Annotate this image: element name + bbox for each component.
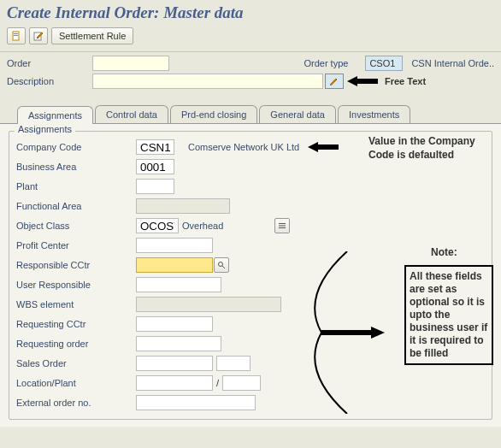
brace-arrow-icon (296, 251, 398, 414)
svg-line-9 (222, 266, 225, 268)
sales-order-item-input[interactable] (216, 356, 250, 371)
svg-rect-2 (14, 35, 18, 36)
edit-icon-button[interactable] (29, 27, 48, 44)
svg-rect-7 (279, 227, 286, 228)
requesting-order-input[interactable] (136, 336, 221, 351)
company-code-label: Company Code (16, 142, 136, 152)
responsible-cctr-f4-button[interactable] (214, 257, 229, 273)
object-class-input[interactable] (136, 218, 179, 233)
note-box: All these fields are set as optional so … (404, 265, 493, 365)
order-type-value: CSO1 (365, 56, 403, 71)
functional-area-input[interactable] (136, 198, 230, 214)
location-plant-label: Location/Plant (16, 378, 136, 388)
dropdown-list-icon (278, 221, 286, 230)
svg-rect-4 (330, 84, 332, 85)
object-class-dropdown-button[interactable] (274, 218, 290, 233)
responsible-cctr-label: Responsible CCtr (16, 260, 136, 270)
group-title: Assignments (15, 124, 75, 134)
tab-prd-end-closing[interactable]: Prd-end closing (170, 105, 257, 123)
toolbar: Settlement Rule (0, 24, 501, 52)
user-responsible-input[interactable] (136, 277, 221, 292)
object-class-desc: Overhead (182, 221, 223, 231)
external-order-input[interactable] (136, 395, 256, 410)
description-input[interactable] (92, 74, 323, 89)
company-code-desc: Comserve Network UK Ltd (188, 142, 299, 152)
order-type-desc: CSN Internal Orde.. (411, 58, 494, 68)
tab-label: Control data (106, 109, 157, 120)
settlement-rule-label: Settlement Rule (59, 31, 126, 41)
search-help-icon (217, 261, 226, 269)
header-area: Order Order type CSO1 CSN Internal Orde.… (0, 52, 501, 95)
sales-order-input[interactable] (136, 356, 213, 371)
tab-strip: Assignments Control data Prd-end closing… (0, 100, 501, 124)
assignments-group: Assignments Company Code Comserve Networ… (9, 131, 492, 420)
settlement-rule-button[interactable]: Settlement Rule (51, 27, 133, 44)
tab-control-data[interactable]: Control data (95, 105, 168, 123)
company-code-input[interactable] (136, 139, 174, 155)
order-type-label: Order type (304, 58, 348, 68)
wbs-element-label: WBS element (16, 299, 136, 309)
slash-separator: / (216, 378, 219, 388)
location-plant2-input[interactable] (222, 375, 261, 391)
profit-center-input[interactable] (136, 238, 213, 253)
note-title: Note: (431, 246, 457, 258)
location-input[interactable] (136, 375, 213, 391)
tab-label: Prd-end closing (181, 109, 246, 120)
document-icon-button[interactable] (7, 27, 26, 44)
profit-center-label: Profit Center (16, 240, 136, 251)
external-order-label: External order no. (16, 398, 136, 408)
business-area-label: Business Area (16, 162, 136, 172)
functional-area-label: Functional Area (16, 201, 136, 211)
arrow-left-icon (347, 76, 378, 86)
order-input[interactable] (92, 56, 169, 71)
requesting-cctr-input[interactable] (136, 316, 213, 332)
business-area-input[interactable] (136, 159, 174, 174)
tab-assignments[interactable]: Assignments (17, 106, 93, 124)
long-text-icon-button[interactable] (325, 74, 344, 89)
requesting-order-label: Requesting order (16, 339, 136, 349)
order-label: Order (7, 58, 92, 68)
tab-investments[interactable]: Investments (338, 105, 410, 123)
assignments-panel: Assignments Company Code Comserve Networ… (0, 124, 501, 427)
svg-rect-5 (279, 223, 286, 224)
svg-rect-1 (14, 33, 18, 34)
wbs-element-input[interactable] (136, 297, 281, 312)
svg-point-8 (219, 262, 223, 267)
sales-order-label: Sales Order (16, 358, 136, 368)
object-class-label: Object Class (16, 221, 136, 231)
company-code-annotation: Value in the Company Code is defaulted (368, 135, 488, 162)
tab-general-data[interactable]: General data (259, 105, 336, 123)
free-text-annotation: Free Text (385, 76, 426, 86)
user-responsible-label: User Responsible (16, 280, 136, 290)
description-label: Description (7, 76, 92, 86)
tab-label: Investments (349, 109, 399, 120)
page-title: Create Internal Order: Master data (0, 0, 501, 24)
tab-label: General data (270, 109, 325, 120)
plant-label: Plant (16, 181, 136, 192)
svg-rect-6 (279, 226, 286, 227)
requesting-cctr-label: Requesting CCtr (16, 319, 136, 329)
plant-input[interactable] (136, 179, 174, 194)
arrow-left-icon (308, 142, 339, 152)
tab-label: Assignments (28, 110, 82, 121)
responsible-cctr-input[interactable] (136, 257, 213, 273)
